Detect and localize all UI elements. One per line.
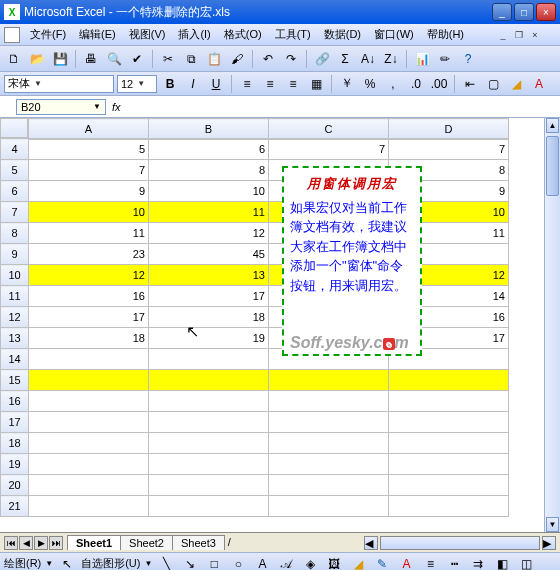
cut-icon[interactable]: ✂ <box>158 49 178 69</box>
name-box[interactable]: B20▼ <box>16 99 106 115</box>
redo-icon[interactable]: ↷ <box>281 49 301 69</box>
cell-C16[interactable] <box>269 391 389 412</box>
inner-close-button[interactable]: × <box>528 29 542 41</box>
draw-menu[interactable]: 绘图(R) <box>4 556 41 570</box>
line-style-icon[interactable]: ≡ <box>420 554 440 571</box>
fill-color-icon[interactable]: ◢ <box>506 74 526 94</box>
cell-A16[interactable] <box>29 391 149 412</box>
cell-D15[interactable] <box>389 370 509 391</box>
tab-first-icon[interactable]: ⏮ <box>4 536 18 550</box>
row-header-12[interactable]: 12 <box>1 307 29 328</box>
print-icon[interactable]: 🖶 <box>81 49 101 69</box>
cell-A17[interactable] <box>29 412 149 433</box>
cell-C21[interactable] <box>269 496 389 517</box>
hyperlink-icon[interactable]: 🔗 <box>312 49 332 69</box>
cell-D16[interactable] <box>389 391 509 412</box>
font-color-icon[interactable]: A <box>529 74 549 94</box>
sheet-tab-Sheet3[interactable]: Sheet3 <box>172 535 225 550</box>
menu-data[interactable]: 数据(D) <box>318 25 367 44</box>
cell-B10[interactable]: 13 <box>149 265 269 286</box>
undo-icon[interactable]: ↶ <box>258 49 278 69</box>
autoshapes-menu[interactable]: 自选图形(U) <box>81 556 140 570</box>
cells-area[interactable]: 5677789891011910111011121123451213121617… <box>28 138 509 517</box>
fill-icon[interactable]: ◢ <box>348 554 368 571</box>
row-header-7[interactable]: 7 <box>1 202 29 223</box>
arrow-icon[interactable]: ↘ <box>180 554 200 571</box>
dash-style-icon[interactable]: ┅ <box>444 554 464 571</box>
diagram-icon[interactable]: ◈ <box>300 554 320 571</box>
cell-A6[interactable]: 9 <box>29 181 149 202</box>
row-header-20[interactable]: 20 <box>1 475 29 496</box>
borders-icon[interactable]: ▢ <box>483 74 503 94</box>
sheet-tab-Sheet1[interactable]: Sheet1 <box>67 535 121 550</box>
workbook-icon[interactable] <box>4 27 20 43</box>
cell-A8[interactable]: 11 <box>29 223 149 244</box>
cell-A21[interactable] <box>29 496 149 517</box>
oval-icon[interactable]: ○ <box>228 554 248 571</box>
scroll-down-icon[interactable]: ▼ <box>546 517 559 532</box>
save-icon[interactable]: 💾 <box>50 49 70 69</box>
cell-C19[interactable] <box>269 454 389 475</box>
minimize-button[interactable]: _ <box>492 3 512 21</box>
percent-icon[interactable]: % <box>360 74 380 94</box>
paste-icon[interactable]: 📋 <box>204 49 224 69</box>
select-all-corner[interactable] <box>0 118 28 138</box>
textbox-icon[interactable]: A <box>252 554 272 571</box>
copy-icon[interactable]: ⧉ <box>181 49 201 69</box>
cell-D4[interactable]: 7 <box>389 139 509 160</box>
cell-A20[interactable] <box>29 475 149 496</box>
3d-icon[interactable]: ◫ <box>516 554 536 571</box>
help-icon[interactable]: ? <box>458 49 478 69</box>
italic-icon[interactable]: I <box>183 74 203 94</box>
bold-icon[interactable]: B <box>160 74 180 94</box>
col-header-D[interactable]: D <box>389 119 509 140</box>
wordart-icon[interactable]: 𝒜 <box>276 554 296 571</box>
row-header-6[interactable]: 6 <box>1 181 29 202</box>
tab-prev-icon[interactable]: ◀ <box>19 536 33 550</box>
row-header-4[interactable]: 4 <box>1 139 29 160</box>
spreadsheet-grid[interactable]: ABCD 456789101112131415161718192021 5677… <box>0 118 560 532</box>
cell-D20[interactable] <box>389 475 509 496</box>
inner-minimize-button[interactable]: _ <box>496 29 510 41</box>
row-header-11[interactable]: 11 <box>1 286 29 307</box>
align-left-icon[interactable]: ≡ <box>237 74 257 94</box>
preview-icon[interactable]: 🔍 <box>104 49 124 69</box>
cell-C18[interactable] <box>269 433 389 454</box>
arrow-style-icon[interactable]: ⇉ <box>468 554 488 571</box>
cell-C4[interactable]: 7 <box>269 139 389 160</box>
row-header-21[interactable]: 21 <box>1 496 29 517</box>
drawing-icon[interactable]: ✏ <box>435 49 455 69</box>
row-header-17[interactable]: 17 <box>1 412 29 433</box>
cell-A13[interactable]: 18 <box>29 328 149 349</box>
font-combo[interactable]: 宋体▼ <box>4 75 114 93</box>
cell-B4[interactable]: 6 <box>149 139 269 160</box>
col-header-A[interactable]: A <box>29 119 149 140</box>
fx-icon[interactable]: fx <box>112 101 121 113</box>
merge-icon[interactable]: ▦ <box>306 74 326 94</box>
underline-icon[interactable]: U <box>206 74 226 94</box>
column-headers[interactable]: ABCD <box>28 118 509 140</box>
row-header-14[interactable]: 14 <box>1 349 29 370</box>
cell-B16[interactable] <box>149 391 269 412</box>
cell-A5[interactable]: 7 <box>29 160 149 181</box>
open-icon[interactable]: 📂 <box>27 49 47 69</box>
chart-icon[interactable]: 📊 <box>412 49 432 69</box>
menu-insert[interactable]: 插入(I) <box>172 25 216 44</box>
row-headers[interactable]: 456789101112131415161718192021 <box>0 138 29 517</box>
sort-asc-icon[interactable]: A↓ <box>358 49 378 69</box>
align-right-icon[interactable]: ≡ <box>283 74 303 94</box>
cell-A7[interactable]: 10 <box>29 202 149 223</box>
cell-D17[interactable] <box>389 412 509 433</box>
cell-C20[interactable] <box>269 475 389 496</box>
row-header-8[interactable]: 8 <box>1 223 29 244</box>
clipart-icon[interactable]: 🖼 <box>324 554 344 571</box>
sort-desc-icon[interactable]: Z↓ <box>381 49 401 69</box>
tab-last-icon[interactable]: ⏭ <box>49 536 63 550</box>
cell-A11[interactable]: 16 <box>29 286 149 307</box>
hscroll-right-icon[interactable]: ▶ <box>542 536 556 550</box>
cell-C17[interactable] <box>269 412 389 433</box>
cell-A4[interactable]: 5 <box>29 139 149 160</box>
row-header-18[interactable]: 18 <box>1 433 29 454</box>
cell-B14[interactable] <box>149 349 269 370</box>
hscroll-track[interactable] <box>380 536 540 550</box>
